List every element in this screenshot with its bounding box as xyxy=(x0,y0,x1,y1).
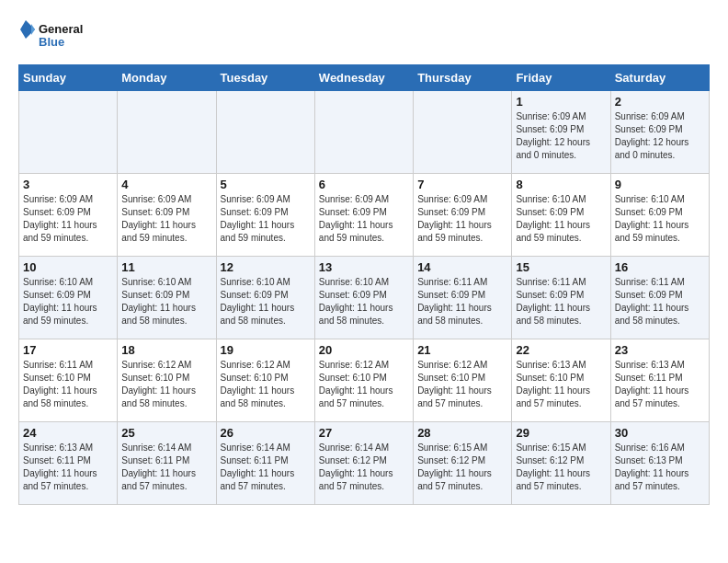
day-number: 11 xyxy=(121,260,211,274)
calendar-cell: 30Sunrise: 6:16 AM Sunset: 6:13 PM Dayli… xyxy=(610,422,709,505)
day-number: 15 xyxy=(516,260,606,274)
day-number: 1 xyxy=(516,95,606,109)
calendar-cell: 26Sunrise: 6:14 AM Sunset: 6:11 PM Dayli… xyxy=(216,422,314,505)
calendar-cell: 6Sunrise: 6:09 AM Sunset: 6:09 PM Daylig… xyxy=(314,174,413,257)
day-number: 26 xyxy=(221,426,311,440)
day-number: 25 xyxy=(121,426,211,440)
header-sunday: Sunday xyxy=(19,65,118,91)
calendar-header: SundayMondayTuesdayWednesdayThursdayFrid… xyxy=(19,65,710,91)
header-wednesday: Wednesday xyxy=(314,65,413,91)
day-info: Sunrise: 6:10 AM Sunset: 6:09 PM Dayligh… xyxy=(319,276,409,327)
day-number: 23 xyxy=(615,343,705,357)
day-info: Sunrise: 6:13 AM Sunset: 6:11 PM Dayligh… xyxy=(615,359,705,410)
day-info: Sunrise: 6:11 AM Sunset: 6:09 PM Dayligh… xyxy=(615,276,705,327)
week-row-4: 24Sunrise: 6:13 AM Sunset: 6:11 PM Dayli… xyxy=(19,422,710,505)
calendar-cell: 25Sunrise: 6:14 AM Sunset: 6:11 PM Dayli… xyxy=(118,422,216,505)
calendar-cell: 14Sunrise: 6:11 AM Sunset: 6:09 PM Dayli… xyxy=(414,257,512,339)
calendar-cell: 19Sunrise: 6:12 AM Sunset: 6:10 PM Dayli… xyxy=(216,339,314,422)
day-number: 3 xyxy=(23,178,113,191)
calendar-cell xyxy=(314,91,413,174)
calendar-cell: 22Sunrise: 6:13 AM Sunset: 6:10 PM Dayli… xyxy=(512,339,610,422)
day-info: Sunrise: 6:12 AM Sunset: 6:10 PM Dayligh… xyxy=(221,359,311,410)
day-number: 18 xyxy=(121,343,211,357)
calendar-body: 1Sunrise: 6:09 AM Sunset: 6:09 PM Daylig… xyxy=(19,91,710,505)
day-info: Sunrise: 6:09 AM Sunset: 6:09 PM Dayligh… xyxy=(121,193,211,245)
day-info: Sunrise: 6:13 AM Sunset: 6:11 PM Dayligh… xyxy=(23,442,113,493)
svg-text:General: General xyxy=(39,22,83,36)
calendar-cell: 20Sunrise: 6:12 AM Sunset: 6:10 PM Dayli… xyxy=(314,339,413,422)
week-row-1: 3Sunrise: 6:09 AM Sunset: 6:09 PM Daylig… xyxy=(19,174,710,257)
day-number: 16 xyxy=(615,260,705,274)
day-number: 21 xyxy=(417,343,507,357)
day-number: 20 xyxy=(319,343,409,357)
day-info: Sunrise: 6:16 AM Sunset: 6:13 PM Dayligh… xyxy=(615,442,705,493)
day-info: Sunrise: 6:15 AM Sunset: 6:12 PM Dayligh… xyxy=(417,442,507,493)
header-monday: Monday xyxy=(118,65,216,91)
calendar-cell: 17Sunrise: 6:11 AM Sunset: 6:10 PM Dayli… xyxy=(19,339,118,422)
week-row-0: 1Sunrise: 6:09 AM Sunset: 6:09 PM Daylig… xyxy=(19,91,710,174)
logo: General Blue xyxy=(18,18,92,55)
day-info: Sunrise: 6:09 AM Sunset: 6:09 PM Dayligh… xyxy=(516,110,606,162)
day-number: 19 xyxy=(221,343,311,357)
calendar-cell xyxy=(414,91,512,174)
day-info: Sunrise: 6:13 AM Sunset: 6:10 PM Dayligh… xyxy=(516,359,606,410)
day-info: Sunrise: 6:09 AM Sunset: 6:09 PM Dayligh… xyxy=(23,193,113,245)
calendar-cell: 9Sunrise: 6:10 AM Sunset: 6:09 PM Daylig… xyxy=(610,174,709,257)
day-number: 12 xyxy=(221,260,311,274)
day-number: 5 xyxy=(221,178,311,191)
day-number: 28 xyxy=(417,426,507,440)
calendar-cell: 12Sunrise: 6:10 AM Sunset: 6:09 PM Dayli… xyxy=(216,257,314,339)
calendar-cell: 7Sunrise: 6:09 AM Sunset: 6:09 PM Daylig… xyxy=(414,174,512,257)
day-info: Sunrise: 6:09 AM Sunset: 6:09 PM Dayligh… xyxy=(221,193,311,245)
calendar-cell: 8Sunrise: 6:10 AM Sunset: 6:09 PM Daylig… xyxy=(512,174,610,257)
day-info: Sunrise: 6:12 AM Sunset: 6:10 PM Dayligh… xyxy=(121,359,211,410)
calendar-cell: 27Sunrise: 6:14 AM Sunset: 6:12 PM Dayli… xyxy=(314,422,413,505)
calendar-cell: 3Sunrise: 6:09 AM Sunset: 6:09 PM Daylig… xyxy=(19,174,118,257)
svg-text:Blue: Blue xyxy=(39,35,64,49)
day-info: Sunrise: 6:11 AM Sunset: 6:09 PM Dayligh… xyxy=(417,276,507,327)
day-info: Sunrise: 6:11 AM Sunset: 6:10 PM Dayligh… xyxy=(23,359,113,410)
calendar-cell: 13Sunrise: 6:10 AM Sunset: 6:09 PM Dayli… xyxy=(314,257,413,339)
header-tuesday: Tuesday xyxy=(216,65,314,91)
day-info: Sunrise: 6:14 AM Sunset: 6:12 PM Dayligh… xyxy=(319,442,409,493)
day-info: Sunrise: 6:12 AM Sunset: 6:10 PM Dayligh… xyxy=(417,359,507,410)
page-header: General Blue xyxy=(18,18,710,55)
day-info: Sunrise: 6:10 AM Sunset: 6:09 PM Dayligh… xyxy=(221,276,311,327)
day-info: Sunrise: 6:11 AM Sunset: 6:09 PM Dayligh… xyxy=(516,276,606,327)
calendar-cell: 2Sunrise: 6:09 AM Sunset: 6:09 PM Daylig… xyxy=(610,91,709,174)
day-number: 6 xyxy=(319,178,409,191)
calendar-cell: 10Sunrise: 6:10 AM Sunset: 6:09 PM Dayli… xyxy=(19,257,118,339)
day-info: Sunrise: 6:14 AM Sunset: 6:11 PM Dayligh… xyxy=(221,442,311,493)
day-number: 29 xyxy=(516,426,606,440)
calendar-cell: 18Sunrise: 6:12 AM Sunset: 6:10 PM Dayli… xyxy=(118,339,216,422)
day-number: 24 xyxy=(23,426,113,440)
calendar-cell: 28Sunrise: 6:15 AM Sunset: 6:12 PM Dayli… xyxy=(414,422,512,505)
day-info: Sunrise: 6:09 AM Sunset: 6:09 PM Dayligh… xyxy=(417,193,507,245)
calendar-cell: 23Sunrise: 6:13 AM Sunset: 6:11 PM Dayli… xyxy=(610,339,709,422)
calendar-cell: 16Sunrise: 6:11 AM Sunset: 6:09 PM Dayli… xyxy=(610,257,709,339)
day-number: 14 xyxy=(417,260,507,274)
header-row: SundayMondayTuesdayWednesdayThursdayFrid… xyxy=(19,65,710,91)
day-number: 27 xyxy=(319,426,409,440)
calendar-cell: 5Sunrise: 6:09 AM Sunset: 6:09 PM Daylig… xyxy=(216,174,314,257)
day-info: Sunrise: 6:09 AM Sunset: 6:09 PM Dayligh… xyxy=(319,193,409,245)
week-row-3: 17Sunrise: 6:11 AM Sunset: 6:10 PM Dayli… xyxy=(19,339,710,422)
day-number: 13 xyxy=(319,260,409,274)
day-info: Sunrise: 6:10 AM Sunset: 6:09 PM Dayligh… xyxy=(23,276,113,327)
calendar-cell xyxy=(118,91,216,174)
header-friday: Friday xyxy=(512,65,610,91)
logo-svg: General Blue xyxy=(18,18,92,55)
calendar-table: SundayMondayTuesdayWednesdayThursdayFrid… xyxy=(18,64,710,505)
calendar-cell: 24Sunrise: 6:13 AM Sunset: 6:11 PM Dayli… xyxy=(19,422,118,505)
day-number: 4 xyxy=(121,178,211,191)
day-info: Sunrise: 6:10 AM Sunset: 6:09 PM Dayligh… xyxy=(516,193,606,245)
day-number: 2 xyxy=(615,95,705,109)
week-row-2: 10Sunrise: 6:10 AM Sunset: 6:09 PM Dayli… xyxy=(19,257,710,339)
day-number: 22 xyxy=(516,343,606,357)
calendar-cell: 4Sunrise: 6:09 AM Sunset: 6:09 PM Daylig… xyxy=(118,174,216,257)
svg-marker-3 xyxy=(31,24,35,35)
day-info: Sunrise: 6:14 AM Sunset: 6:11 PM Dayligh… xyxy=(121,442,211,493)
day-number: 8 xyxy=(516,178,606,191)
day-number: 10 xyxy=(23,260,113,274)
day-number: 17 xyxy=(23,343,113,357)
